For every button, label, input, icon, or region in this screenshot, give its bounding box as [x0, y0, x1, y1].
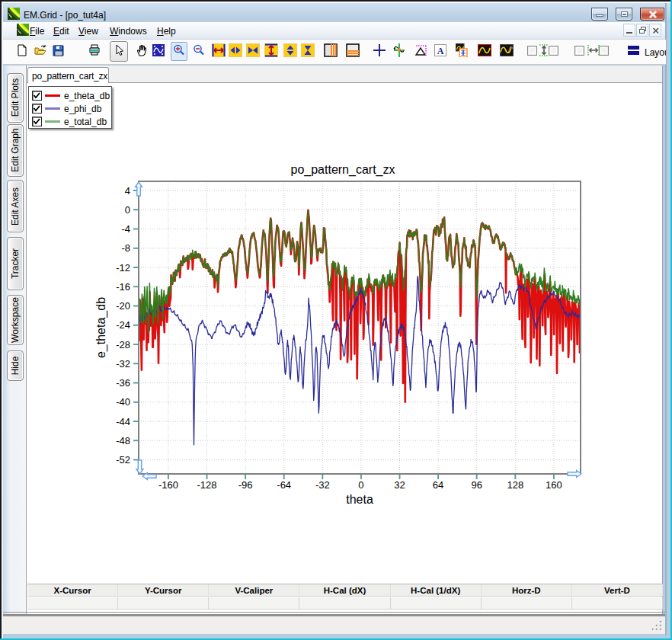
svg-text:-20: -20	[116, 300, 130, 312]
svg-text:-128: -128	[197, 479, 216, 491]
svg-text:0: 0	[358, 479, 363, 491]
svg-text:128: 128	[507, 479, 523, 491]
svg-text:A: A	[437, 46, 444, 56]
svg-text:-40: -40	[116, 396, 130, 408]
svg-text:96: 96	[471, 479, 482, 491]
svg-text:-64: -64	[277, 479, 291, 491]
svg-text:-28: -28	[116, 339, 130, 350]
svg-text:160: 160	[546, 479, 562, 491]
svg-text:-16: -16	[116, 281, 130, 293]
svg-text:0: 0	[125, 204, 130, 216]
svg-text:-32: -32	[116, 358, 130, 370]
svg-text:e_theta_db: e_theta_db	[94, 297, 108, 358]
svg-text:64: 64	[433, 479, 443, 491]
svg-text:-12: -12	[116, 262, 130, 274]
svg-text:-160: -160	[158, 479, 178, 491]
svg-text:-48: -48	[116, 435, 130, 446]
svg-text:-44: -44	[116, 416, 130, 427]
svg-text:-96: -96	[238, 479, 253, 491]
svg-text:-24: -24	[116, 319, 130, 331]
svg-text:-32: -32	[315, 479, 330, 491]
svg-text:theta: theta	[346, 493, 373, 506]
svg-text:32: 32	[394, 479, 405, 491]
svg-text:4: 4	[125, 185, 130, 197]
svg-text:-4: -4	[121, 223, 130, 235]
svg-text:-36: -36	[116, 377, 130, 389]
svg-text:-52: -52	[116, 454, 130, 466]
svg-text:-8: -8	[121, 242, 130, 254]
svg-text:po_pattern_cart_zx: po_pattern_cart_zx	[291, 163, 395, 177]
